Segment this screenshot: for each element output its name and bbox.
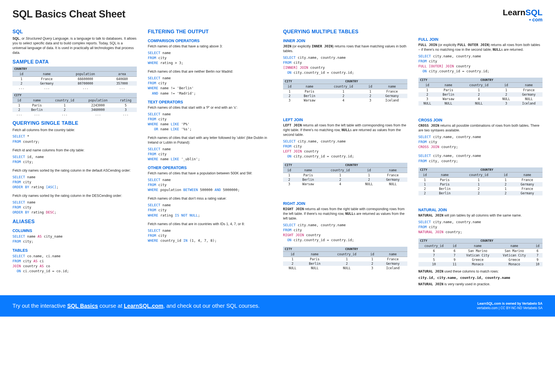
code: SELECT name FROM city WHERE name LIKE 'P… bbox=[148, 112, 272, 132]
code: SELECT city.name, country.name FROM city… bbox=[418, 134, 543, 149]
sql-intro: SQL, or Structured Query Language, is a … bbox=[12, 36, 137, 55]
code: SELECT name FROM city ORDER BY rating DE… bbox=[12, 200, 137, 215]
multi-heading: QUERYING MULTIPLE TABLES bbox=[283, 29, 407, 35]
code: SELECT name AS city_name FROM city; bbox=[12, 234, 137, 244]
code: SELECT co.name, ci.name FROM city AS ci … bbox=[12, 254, 137, 274]
country-table: idnamepopulationarea 1France666000006406… bbox=[12, 71, 137, 90]
code: SELECT city.name, country.name FROM city… bbox=[418, 54, 543, 74]
code: SELECT name FROM city WHERE country_id I… bbox=[148, 228, 272, 243]
right-table: idnamecountry_ididname 1Paris11France2Be… bbox=[283, 251, 407, 270]
page-title: SQL Basics Cheat Sheet bbox=[12, 8, 125, 20]
column-4: FULL JOIN FULL JOIN (or explicitly FULL … bbox=[418, 25, 543, 288]
city-label: CITY bbox=[12, 93, 137, 98]
aliases-heading: ALIASES bbox=[12, 219, 137, 225]
code: SELECT city.name, country.name FROM city… bbox=[418, 153, 543, 163]
column-3: QUERYING MULTIPLE TABLES INNER JOIN JOIN… bbox=[283, 25, 407, 288]
code: SELECT name FROM city WHERE rating > 3; bbox=[148, 50, 272, 65]
code: SELECT city.name, country.name FROM city… bbox=[283, 223, 407, 243]
filter-heading: FILTERING THE OUTPUT bbox=[148, 29, 272, 35]
inner-table: idnamecountry_ididname 1Paris11France2Be… bbox=[283, 84, 407, 103]
sample-heading: SAMPLE DATA bbox=[12, 59, 137, 65]
column-1: SQL SQL, or Structured Query Language, i… bbox=[12, 25, 137, 288]
columns-subhead: COLUMNS bbox=[12, 228, 137, 233]
city-table: idnamecountry_idpopulationrating 1Paris1… bbox=[12, 98, 137, 116]
code: SELECT name FROM city WHERE name != 'Ber… bbox=[148, 76, 272, 96]
column-2: FILTERING THE OUTPUT COMPARISON OPERATOR… bbox=[148, 25, 272, 288]
footer-credits: LearnSQL.com is owned by Vertabelo SA ve… bbox=[477, 301, 543, 311]
code: SELECT * FROM country; bbox=[12, 134, 137, 144]
code: SELECT name FROM city WHERE name LIKE '_… bbox=[148, 147, 272, 162]
code: SELECT city.name, country.name FROM city… bbox=[283, 139, 407, 159]
sql-heading: SQL bbox=[12, 29, 137, 35]
code: SELECT id, name FROM city; bbox=[12, 154, 137, 164]
cross-table: idnamecountry_ididname 1Paris11France1Pa… bbox=[418, 172, 543, 195]
code: SELECT name FROM city WHERE population B… bbox=[148, 177, 272, 192]
tables-subhead: TABLES bbox=[12, 248, 137, 253]
qsingle-heading: QUERYING SINGLE TABLE bbox=[12, 120, 137, 126]
footer: Try out the interactive SQL Basics cours… bbox=[0, 295, 555, 317]
natural-table: country_ididnamenameid 66San MarinoSan M… bbox=[418, 243, 543, 266]
code: SELECT name FROM city ORDER BY rating [A… bbox=[12, 175, 137, 190]
code: SELECT city.name, country.name FROM city… bbox=[283, 55, 407, 75]
code: SELECT city.name, country.name FROM city… bbox=[418, 220, 543, 235]
brand-logo: LearnSQL • com bbox=[503, 8, 543, 22]
left-table: idnamecountry_ididname 1Paris11France2Be… bbox=[283, 167, 407, 186]
full-table: idnamecountry_ididname 1Paris11France2Be… bbox=[418, 82, 543, 106]
country-label: COUNTRY bbox=[12, 67, 137, 71]
code: SELECT name FROM city WHERE rating IS NO… bbox=[148, 203, 272, 218]
footer-cta: Try out the interactive SQL Basics cours… bbox=[12, 303, 260, 309]
